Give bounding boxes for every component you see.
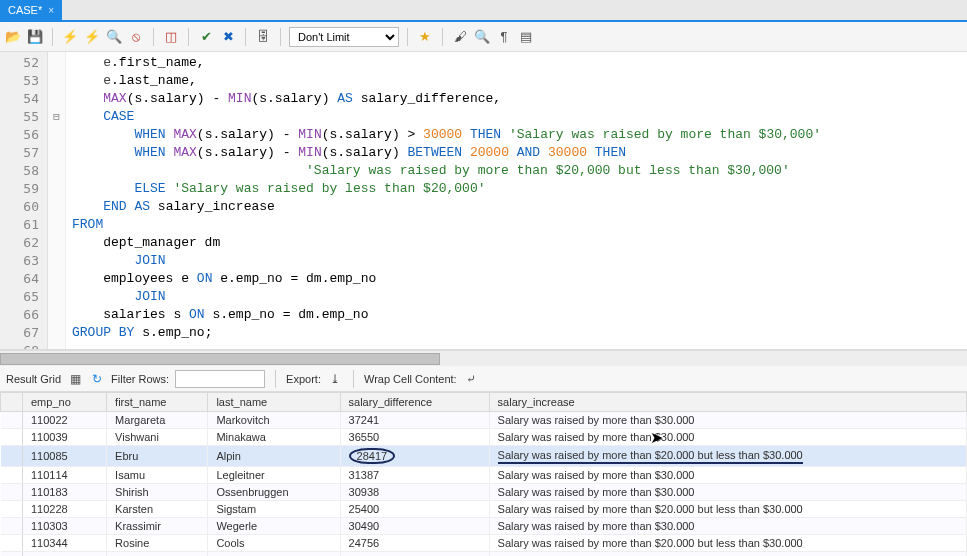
row-head-cell[interactable] (1, 412, 23, 429)
cell[interactable]: 30938 (340, 484, 489, 501)
autocommit-icon[interactable]: 🗄 (254, 28, 272, 46)
cell[interactable]: Minakawa (208, 429, 340, 446)
limit-select[interactable]: Don't Limit (289, 27, 399, 47)
scrollbar-thumb[interactable] (0, 353, 440, 365)
close-icon[interactable]: × (48, 5, 54, 16)
result-table: emp_nofirst_namelast_namesalary_differen… (0, 392, 967, 556)
cell[interactable]: 110183 (23, 484, 107, 501)
table-row[interactable]: 110386ShemKieras26995Salary was raised b… (1, 552, 967, 557)
cell[interactable]: Ossenbruggen (208, 484, 340, 501)
execute-current-icon[interactable]: ⚡ (83, 28, 101, 46)
row-head-cell[interactable] (1, 467, 23, 484)
cell[interactable]: 110114 (23, 467, 107, 484)
cell[interactable]: 24756 (340, 535, 489, 552)
separator (275, 370, 276, 388)
save-icon[interactable]: 💾 (26, 28, 44, 46)
export-icon[interactable]: ⤓ (327, 371, 343, 387)
cell[interactable]: 31387 (340, 467, 489, 484)
cell[interactable]: Alpin (208, 446, 340, 467)
grid-icon[interactable]: ▦ (67, 371, 83, 387)
cell[interactable]: Salary was raised by more than $20.000 b… (489, 446, 966, 467)
cell[interactable]: Shem (107, 552, 208, 557)
cell[interactable]: 37241 (340, 412, 489, 429)
cell[interactable]: Salary was raised by more than $20.000 b… (489, 535, 966, 552)
cell[interactable]: Salary was raised by more than $30.000 (489, 412, 966, 429)
table-row[interactable]: 110085EbruAlpin28417Salary was raised by… (1, 446, 967, 467)
table-row[interactable]: 110183ShirishOssenbruggen30938Salary was… (1, 484, 967, 501)
cell[interactable]: Karsten (107, 501, 208, 518)
cell[interactable]: Wegerle (208, 518, 340, 535)
cell[interactable]: Kieras (208, 552, 340, 557)
execute-icon[interactable]: ⚡ (61, 28, 79, 46)
cell[interactable]: 110386 (23, 552, 107, 557)
row-head-cell[interactable] (1, 484, 23, 501)
star-icon[interactable]: ★ (416, 28, 434, 46)
table-row[interactable]: 110039VishwaniMinakawa36550Salary was ra… (1, 429, 967, 446)
filter-input[interactable] (175, 370, 265, 388)
code-area[interactable]: e.first_name, e.last_name, MAX(s.salary)… (66, 52, 967, 349)
table-row[interactable]: 110228KarstenSigstam25400Salary was rais… (1, 501, 967, 518)
editor-scrollbar[interactable] (0, 350, 967, 366)
row-head-cell[interactable] (1, 446, 23, 467)
cell[interactable]: Salary was raised by more than $30.000 (489, 467, 966, 484)
cell[interactable]: Markovitch (208, 412, 340, 429)
row-head-cell[interactable] (1, 501, 23, 518)
toggle-icon[interactable]: ◫ (162, 28, 180, 46)
find-icon[interactable]: 🔍 (473, 28, 491, 46)
wrap-icon[interactable]: ▤ (517, 28, 535, 46)
cell[interactable]: Rosine (107, 535, 208, 552)
cell[interactable]: 28417 (340, 446, 489, 467)
cell[interactable]: 110303 (23, 518, 107, 535)
cell[interactable]: Cools (208, 535, 340, 552)
cell[interactable]: Isamu (107, 467, 208, 484)
table-row[interactable]: 110114IsamuLegleitner31387Salary was rai… (1, 467, 967, 484)
invisible-chars-icon[interactable]: ¶ (495, 28, 513, 46)
wrap-cell-icon[interactable]: ⤶ (463, 371, 479, 387)
tab-case[interactable]: CASE* × (0, 0, 62, 20)
col-salary_difference[interactable]: salary_difference (340, 393, 489, 412)
row-head-cell[interactable] (1, 535, 23, 552)
explain-icon[interactable]: 🔍 (105, 28, 123, 46)
separator (188, 28, 189, 46)
row-head-cell[interactable] (1, 552, 23, 557)
cell[interactable]: Vishwani (107, 429, 208, 446)
cell[interactable]: Salary was raised by more than $20.000 b… (489, 501, 966, 518)
table-row[interactable]: 110303KrassimirWegerle30490Salary was ra… (1, 518, 967, 535)
cell[interactable]: 110039 (23, 429, 107, 446)
cell[interactable]: 26995 (340, 552, 489, 557)
fold-column: ⊟ (48, 52, 66, 349)
cell[interactable]: Krassimir (107, 518, 208, 535)
beautify-icon[interactable]: 🖌 (451, 28, 469, 46)
col-first_name[interactable]: first_name (107, 393, 208, 412)
sql-editor[interactable]: 5253545556575859606162636465666768 ⊟ e.f… (0, 52, 967, 350)
cell[interactable]: 25400 (340, 501, 489, 518)
commit-icon[interactable]: ✔ (197, 28, 215, 46)
col-emp_no[interactable]: emp_no (23, 393, 107, 412)
row-head-cell[interactable] (1, 429, 23, 446)
cell[interactable]: Salary was raised by more than $30.000 (489, 429, 966, 446)
cell[interactable]: 110228 (23, 501, 107, 518)
open-icon[interactable]: 📂 (4, 28, 22, 46)
table-row[interactable]: 110022MargaretaMarkovitch37241Salary was… (1, 412, 967, 429)
result-grid[interactable]: emp_nofirst_namelast_namesalary_differen… (0, 392, 967, 556)
col-last_name[interactable]: last_name (208, 393, 340, 412)
cell[interactable]: 110022 (23, 412, 107, 429)
col-salary_increase[interactable]: salary_increase (489, 393, 966, 412)
cell[interactable]: Salary was raised by more than $30.000 (489, 518, 966, 535)
cell[interactable]: 110085 (23, 446, 107, 467)
cell[interactable]: 30490 (340, 518, 489, 535)
cell[interactable]: Ebru (107, 446, 208, 467)
cell[interactable]: Shirish (107, 484, 208, 501)
table-row[interactable]: 110344RosineCools24756Salary was raised … (1, 535, 967, 552)
row-head-cell[interactable] (1, 518, 23, 535)
rollback-icon[interactable]: ✖ (219, 28, 237, 46)
cell[interactable]: 36550 (340, 429, 489, 446)
cell[interactable]: Salary was raised by more than $30.000 (489, 484, 966, 501)
refresh-icon[interactable]: ↻ (89, 371, 105, 387)
cell[interactable]: Salary was raised by more than $20.000 b… (489, 552, 966, 557)
cell[interactable]: 110344 (23, 535, 107, 552)
cell[interactable]: Sigstam (208, 501, 340, 518)
cell[interactable]: Legleitner (208, 467, 340, 484)
cell[interactable]: Margareta (107, 412, 208, 429)
stop-icon[interactable]: ⦸ (127, 28, 145, 46)
